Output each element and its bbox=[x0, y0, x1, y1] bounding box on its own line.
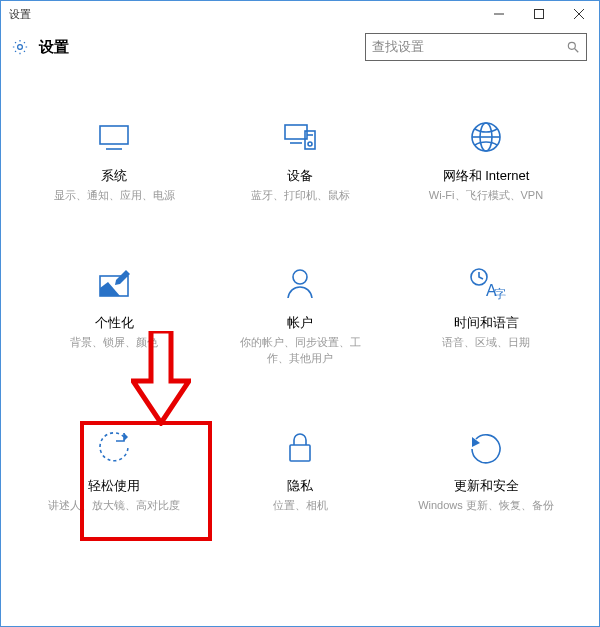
tile-desc: 你的帐户、同步设置、工作、其他用户 bbox=[230, 334, 370, 367]
tile-desc: 位置、相机 bbox=[273, 497, 328, 514]
tile-title: 个性化 bbox=[95, 314, 134, 332]
time-language-icon: A字 bbox=[466, 264, 506, 304]
tile-title: 轻松使用 bbox=[88, 477, 140, 495]
tile-ease-of-access[interactable]: 轻松使用 讲述人、放大镜、高对比度 bbox=[21, 427, 207, 514]
maximize-icon bbox=[534, 9, 544, 19]
svg-rect-1 bbox=[535, 10, 544, 19]
page-title: 设置 bbox=[39, 38, 69, 57]
accounts-icon bbox=[280, 264, 320, 304]
globe-icon bbox=[466, 117, 506, 157]
header: 设置 查找设置 bbox=[1, 27, 599, 67]
devices-icon bbox=[280, 117, 320, 157]
tile-title: 时间和语言 bbox=[454, 314, 519, 332]
ease-of-access-icon bbox=[94, 427, 134, 467]
search-input[interactable]: 查找设置 bbox=[365, 33, 587, 61]
tile-desc: 讲述人、放大镜、高对比度 bbox=[48, 497, 180, 514]
update-icon bbox=[466, 427, 506, 467]
tile-personalization[interactable]: 个性化 背景、锁屏、颜色 bbox=[21, 264, 207, 367]
svg-point-19 bbox=[293, 270, 307, 284]
tile-privacy[interactable]: 隐私 位置、相机 bbox=[207, 427, 393, 514]
settings-window: 设置 设置 查找设置 bbox=[0, 0, 600, 627]
svg-point-4 bbox=[18, 45, 23, 50]
tile-system[interactable]: 系统 显示、通知、应用、电源 bbox=[21, 117, 207, 204]
tile-update-security[interactable]: 更新和安全 Windows 更新、恢复、备份 bbox=[393, 427, 579, 514]
close-icon bbox=[574, 9, 584, 19]
tile-devices[interactable]: 设备 蓝牙、打印机、鼠标 bbox=[207, 117, 393, 204]
tile-title: 系统 bbox=[101, 167, 127, 185]
svg-text:字: 字 bbox=[494, 287, 506, 301]
svg-rect-24 bbox=[290, 445, 310, 461]
svg-rect-9 bbox=[285, 125, 307, 139]
maximize-button[interactable] bbox=[519, 1, 559, 27]
svg-marker-23 bbox=[124, 433, 128, 441]
tile-desc: 背景、锁屏、颜色 bbox=[70, 334, 158, 351]
tile-desc: Wi-Fi、飞行模式、VPN bbox=[429, 187, 543, 204]
search-icon bbox=[566, 40, 580, 54]
lock-icon bbox=[280, 427, 320, 467]
window-title: 设置 bbox=[1, 7, 31, 22]
minimize-icon bbox=[494, 9, 504, 19]
close-button[interactable] bbox=[559, 1, 599, 27]
svg-point-12 bbox=[308, 142, 312, 146]
system-icon bbox=[94, 117, 134, 157]
titlebar: 设置 bbox=[1, 1, 599, 27]
tile-title: 帐户 bbox=[287, 314, 313, 332]
tile-desc: 蓝牙、打印机、鼠标 bbox=[251, 187, 350, 204]
tile-desc: Windows 更新、恢复、备份 bbox=[418, 497, 554, 514]
svg-rect-7 bbox=[100, 126, 128, 144]
window-controls bbox=[479, 1, 599, 27]
tile-title: 更新和安全 bbox=[454, 477, 519, 495]
tile-desc: 显示、通知、应用、电源 bbox=[54, 187, 175, 204]
tile-title: 设备 bbox=[287, 167, 313, 185]
tile-accounts[interactable]: 帐户 你的帐户、同步设置、工作、其他用户 bbox=[207, 264, 393, 367]
svg-line-6 bbox=[575, 49, 579, 53]
minimize-button[interactable] bbox=[479, 1, 519, 27]
tile-desc: 语音、区域、日期 bbox=[442, 334, 530, 351]
settings-grid: 系统 显示、通知、应用、电源 设备 蓝牙、打印机、鼠标 网络和 Internet… bbox=[1, 67, 599, 513]
tile-time-language[interactable]: A字 时间和语言 语音、区域、日期 bbox=[393, 264, 579, 367]
search-placeholder: 查找设置 bbox=[372, 38, 424, 56]
gear-icon bbox=[11, 38, 29, 56]
tile-title: 隐私 bbox=[287, 477, 313, 495]
svg-point-5 bbox=[568, 42, 575, 49]
tile-network[interactable]: 网络和 Internet Wi-Fi、飞行模式、VPN bbox=[393, 117, 579, 204]
tile-title: 网络和 Internet bbox=[443, 167, 530, 185]
personalization-icon bbox=[94, 264, 134, 304]
